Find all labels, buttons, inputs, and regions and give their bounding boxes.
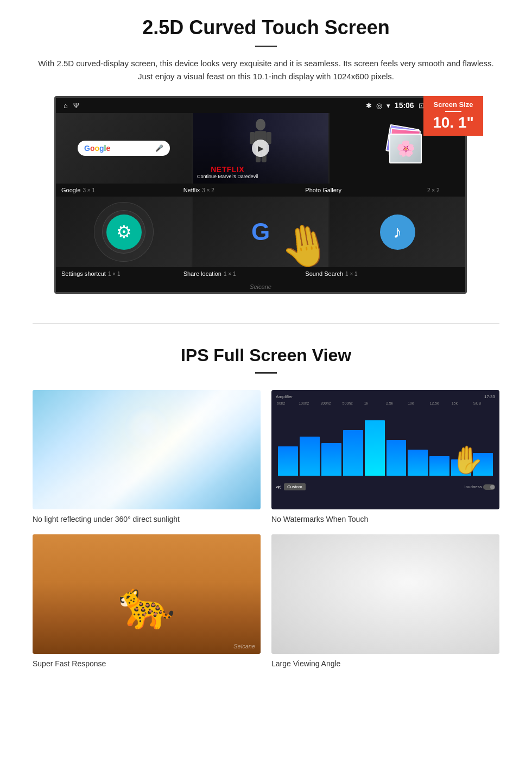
google-search-bar[interactable]: Google 🎤 xyxy=(78,141,170,156)
watermark-text: Seicane xyxy=(250,283,271,290)
eq-bar-3 xyxy=(321,443,341,476)
sound-size-cell xyxy=(427,270,460,277)
eq-time: 17:33 xyxy=(484,394,495,399)
settings-name: Settings shortcut xyxy=(61,270,106,277)
cheetah-image: 🐆 Seicane xyxy=(33,534,261,654)
netflix-app-cell[interactable]: ▶ NETFLIX Continue Marvel's Daredevil xyxy=(193,113,328,184)
google-app-cell[interactable]: Google 🎤 xyxy=(56,113,192,184)
badge-label: Screen Size xyxy=(430,100,477,109)
netflix-size: 3 × 2 xyxy=(202,187,214,193)
gallery-size: 2 × 2 xyxy=(427,187,440,193)
badge-size: 10. 1" xyxy=(433,114,474,131)
gallery-photo-3: 🌸 xyxy=(389,134,422,163)
screen-size-badge: Screen Size 10. 1" xyxy=(423,96,483,136)
share-cell-inner: G 🤚 xyxy=(193,197,328,267)
sound-label: Sound Search 1 × 1 xyxy=(305,270,426,277)
section2-title: IPS Full Screen View xyxy=(33,345,499,365)
app-grid-row1: Google 🎤 xyxy=(56,113,465,184)
eq-back-icon: ≪ xyxy=(276,484,281,490)
screen-wrapper: Screen Size 10. 1" ⌂ Ψ ✱ ◎ ▾ 15:06 ⊡ ◁) … xyxy=(54,96,478,294)
app-grid-row2: ⚙ G 🤚 ♪ xyxy=(56,197,465,267)
netflix-name: Netflix xyxy=(183,187,200,193)
feature-cheetah: 🐆 Seicane Super Fast Response xyxy=(33,534,261,668)
watermark-cheetah: Seicane xyxy=(233,643,255,649)
eq-app-title: Amplifier xyxy=(276,394,293,399)
eq-bar-2 xyxy=(300,437,320,476)
share-label: Share location 1 × 1 xyxy=(183,270,305,277)
sound-icon: ♪ xyxy=(380,215,415,250)
title-underline2 xyxy=(255,372,277,374)
home-icon[interactable]: ⌂ xyxy=(64,102,68,110)
feature-grid: No light reflecting under 360° direct su… xyxy=(33,390,499,668)
car-visual xyxy=(271,534,499,654)
sunlight-image xyxy=(33,390,261,509)
mic-icon: 🎤 xyxy=(155,144,163,152)
share-size: 1 × 1 xyxy=(224,271,236,277)
svg-point-0 xyxy=(256,119,265,131)
settings-app-cell[interactable]: ⚙ xyxy=(56,197,192,267)
cheetah-icon: 🐆 xyxy=(118,578,175,632)
location-icon: ◎ xyxy=(376,102,382,110)
gallery-stack: 🌸 xyxy=(373,124,422,173)
sunlight-label: No light reflecting under 360° direct su… xyxy=(33,515,261,523)
google-label: Google 3 × 1 xyxy=(61,187,182,193)
netflix-brand: NETFLIX xyxy=(197,165,258,174)
eq-bar-4 xyxy=(343,430,363,476)
section-curved-screen: 2.5D Curved Touch Screen With 2.5D curve… xyxy=(0,0,532,307)
netflix-overlay: NETFLIX Continue Marvel's Daredevil xyxy=(197,165,258,179)
car-label: Large Viewing Angle xyxy=(271,659,499,668)
settings-icon: ⚙ xyxy=(106,215,142,250)
hand-icon: 🤚 xyxy=(276,218,328,267)
settings-label: Settings shortcut 1 × 1 xyxy=(61,270,182,277)
eq-bar-5 xyxy=(365,420,385,476)
google-size: 3 × 1 xyxy=(83,187,95,193)
eq-hand-icon: ✋ xyxy=(451,444,484,476)
flower-emoji: 🌸 xyxy=(396,140,415,157)
netflix-play-button[interactable]: ▶ xyxy=(252,140,269,157)
status-time: 15:06 xyxy=(395,101,414,110)
netflix-label: Netflix 3 × 2 xyxy=(183,187,305,193)
share-app-cell[interactable]: G 🤚 xyxy=(193,197,328,267)
cheetah-label: Super Fast Response xyxy=(33,659,261,668)
eq-bar-7 xyxy=(408,450,428,476)
sound-app-cell[interactable]: ♪ xyxy=(330,197,465,267)
cheetah-watermark: Seicane xyxy=(233,643,255,649)
sound-size: 1 × 1 xyxy=(345,271,358,277)
section-ips-view: IPS Full Screen View No light reflecting… xyxy=(0,340,532,684)
feature-sunlight: No light reflecting under 360° direct su… xyxy=(33,390,261,523)
usb-icon: Ψ xyxy=(73,102,79,110)
netflix-cell-inner: ▶ NETFLIX Continue Marvel's Daredevil xyxy=(193,113,328,184)
eq-freq-labels: 60hz 100hz 200hz 500hz 1k 2.5k 10k 12.5k… xyxy=(276,401,495,405)
equalizer-image: Amplifier 17:33 60hz 100hz 200hz 500hz 1… xyxy=(271,390,499,509)
share-g-icon: G xyxy=(251,218,270,245)
screen-watermark: Seicane xyxy=(56,281,465,292)
sound-cell-inner: ♪ xyxy=(330,197,465,267)
app-labels-row1: Google 3 × 1 Netflix 3 × 2 Photo Gallery… xyxy=(56,184,465,197)
sound-name: Sound Search xyxy=(305,270,343,277)
section1-title: 2.5D Curved Touch Screen xyxy=(33,16,499,39)
eq-statusbar: Amplifier 17:33 xyxy=(276,394,495,399)
section1-description: With 2.5D curved-display screen, this de… xyxy=(33,57,499,83)
feature-car: Large Viewing Angle xyxy=(271,534,499,668)
google-logo: Google xyxy=(84,144,110,153)
car-bg xyxy=(271,534,499,654)
device-screen: ⌂ Ψ ✱ ◎ ▾ 15:06 ⊡ ◁) ⊠ ▭ xyxy=(54,96,467,294)
status-bar: ⌂ Ψ ✱ ◎ ▾ 15:06 ⊡ ◁) ⊠ ▭ xyxy=(56,98,465,113)
gallery-name: Photo Gallery xyxy=(305,187,341,193)
eq-custom-button[interactable]: Custom xyxy=(284,483,306,490)
badge-divider xyxy=(445,111,461,112)
cheetah-visual: 🐆 Seicane xyxy=(33,534,261,654)
eq-visual: Amplifier 17:33 60hz 100hz 200hz 500hz 1… xyxy=(271,390,499,509)
equalizer-label: No Watermarks When Touch xyxy=(271,515,499,523)
car-image xyxy=(271,534,499,654)
sky-visual xyxy=(33,390,261,509)
eq-bars-container: ✋ xyxy=(276,411,495,481)
eq-controls: ≪ Custom loudness xyxy=(276,483,495,490)
gallery-size-label: 2 × 2 xyxy=(427,187,460,193)
section-divider xyxy=(33,323,499,324)
netflix-subtitle: Continue Marvel's Daredevil xyxy=(197,174,258,179)
settings-size: 1 × 1 xyxy=(108,271,121,277)
gallery-label: Photo Gallery xyxy=(305,187,426,193)
eq-loudness-label: loudness xyxy=(465,484,495,490)
eq-bar-6 xyxy=(387,440,407,476)
